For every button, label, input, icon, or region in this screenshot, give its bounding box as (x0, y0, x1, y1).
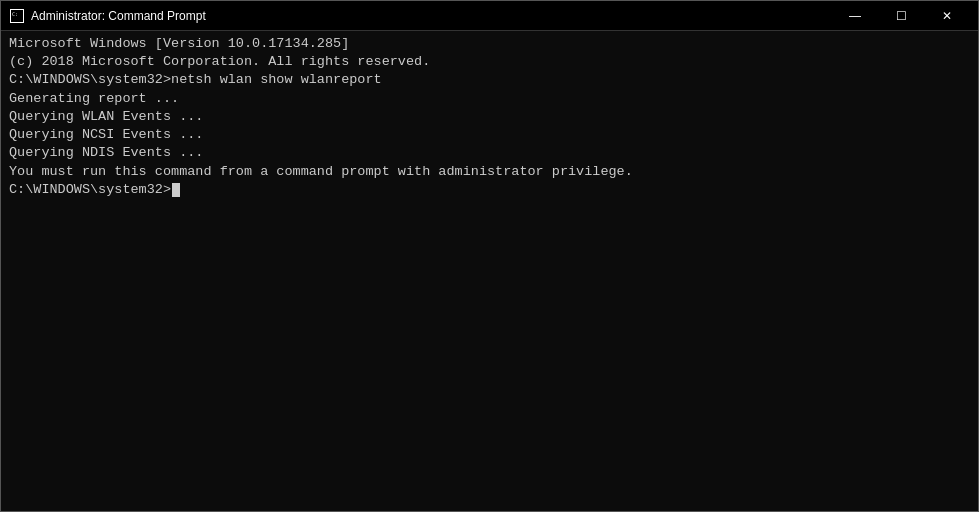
console-line-6: Querying WLAN Events ... (9, 108, 970, 126)
console-line-4: C:\WINDOWS\system32>netsh wlan show wlan… (9, 71, 970, 89)
console-line-7: Querying NCSI Events ... (9, 126, 970, 144)
cmd-window: Administrator: Command Prompt — ☐ ✕ Micr… (0, 0, 979, 512)
console-body[interactable]: Microsoft Windows [Version 10.0.17134.28… (1, 31, 978, 511)
console-prompt: C:\WINDOWS\system32> (9, 181, 171, 199)
window-title: Administrator: Command Prompt (31, 9, 206, 23)
close-button[interactable]: ✕ (924, 1, 970, 31)
console-line-1: Microsoft Windows [Version 10.0.17134.28… (9, 35, 970, 53)
console-line-5: Generating report ... (9, 90, 970, 108)
minimize-button[interactable]: — (832, 1, 878, 31)
console-line-9: You must run this command from a command… (9, 163, 970, 181)
maximize-button[interactable]: ☐ (878, 1, 924, 31)
title-bar-controls: — ☐ ✕ (832, 1, 970, 31)
cursor-block (172, 183, 180, 197)
console-prompt-line: C:\WINDOWS\system32> (9, 181, 970, 199)
title-bar: Administrator: Command Prompt — ☐ ✕ (1, 1, 978, 31)
cmd-icon (9, 8, 25, 24)
title-bar-left: Administrator: Command Prompt (9, 8, 206, 24)
console-line-2: (c) 2018 Microsoft Corporation. All righ… (9, 53, 970, 71)
console-line-8: Querying NDIS Events ... (9, 144, 970, 162)
